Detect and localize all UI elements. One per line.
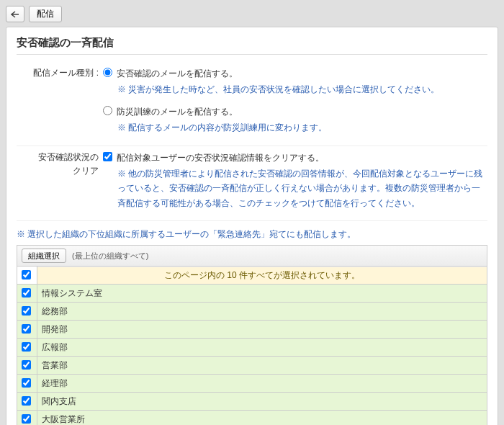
org-toolbar: 組織選択 (最上位の組織すべて) [17,245,487,266]
field-mail-type: 配信メール種別 : 安否確認のメールを配信する。 ※ 災害が発生した時など、社員… [17,62,487,146]
radio-drill-label: 防災訓練のメールを配信する。 [117,104,238,119]
select-all-checkbox[interactable] [22,270,31,279]
row-select-cell [17,303,37,321]
table-row: 情報システム室 [17,285,487,303]
table-row: 大阪営業所 [17,411,487,425]
send-button-top[interactable]: 配信 [29,6,62,22]
row-checkbox[interactable] [22,396,31,406]
row-checkbox[interactable] [22,414,31,424]
top-toolbar: 配信 [6,6,498,22]
radio-safety-input[interactable] [103,68,112,77]
radio-drill[interactable]: 防災訓練のメールを配信する。 [103,104,487,119]
org-scope-label: (最上位の組織すべて) [72,251,148,261]
row-name: 総務部 [37,303,487,321]
row-name: 開発部 [37,321,487,339]
note-drill: ※ 配信するメールの内容が防災訓練用に変わります。 [117,120,487,135]
row-checkbox[interactable] [22,360,31,370]
row-checkbox[interactable] [22,306,31,316]
row-name: 関内支店 [37,393,487,411]
arrow-left-icon [11,11,19,18]
row-select-cell [17,357,37,375]
checkbox-clear-label: 配信対象ユーザーの安否状況確認情報をクリアする。 [117,151,324,165]
row-name: 営業部 [37,357,487,375]
main-panel: 安否確認の一斉配信 配信メール種別 : 安否確認のメールを配信する。 ※ 災害が… [6,27,498,425]
table-row: 総務部 [17,303,487,321]
radio-safety-label: 安否確認のメールを配信する。 [117,66,238,81]
field-clear: 安否確認状況のクリア 配信対象ユーザーの安否状況確認情報をクリアする。 ※ 他の… [17,146,487,222]
page-title: 安否確認の一斉配信 [17,36,487,55]
table-row: 開発部 [17,321,487,339]
table-row: 広報部 [17,339,487,357]
label-mail-type: 配信メール種別 : [17,66,103,135]
hint-suborg: ※ 選択した組織の下位組織に所属するユーザーの「緊急連絡先」宛てにも配信します。 [17,228,487,241]
table-row: 関内支店 [17,393,487,411]
table-row: 経理部 [17,375,487,393]
checkbox-clear-input[interactable] [103,152,112,161]
row-checkbox[interactable] [22,378,31,388]
org-header-row: このページ内の 10 件すべてが選択されています。 [17,267,487,285]
row-name: 大阪営業所 [37,411,487,425]
row-select-cell [17,321,37,339]
label-clear: 安否確認状況のクリア [17,151,103,211]
row-select-cell [17,285,37,303]
row-checkbox[interactable] [22,324,31,334]
radio-safety[interactable]: 安否確認のメールを配信する。 [103,66,487,81]
row-checkbox[interactable] [22,288,31,298]
table-row: 営業部 [17,357,487,375]
row-name: 経理部 [37,375,487,393]
radio-drill-input[interactable] [103,106,112,115]
row-select-cell [17,339,37,357]
org-select-button[interactable]: 組織選択 [22,249,66,263]
back-button[interactable] [6,6,24,22]
row-select-cell [17,411,37,425]
note-clear: ※ 他の防災管理者により配信された安否確認の回答情報が、今回配信対象となるユーザ… [117,166,487,210]
row-select-cell [17,393,37,411]
row-name: 情報システム室 [37,285,487,303]
org-table: このページ内の 10 件すべてが選択されています。 情報システム室総務部開発部広… [17,266,487,425]
banner-cell: このページ内の 10 件すべてが選択されています。 [37,267,487,285]
row-name: 広報部 [37,339,487,357]
checkbox-clear[interactable]: 配信対象ユーザーの安否状況確認情報をクリアする。 [103,151,487,165]
note-safety: ※ 災害が発生した時など、社員の安否状況を確認したい場合に選択してください。 [117,82,487,97]
row-select-cell [17,375,37,393]
row-checkbox[interactable] [22,342,31,352]
